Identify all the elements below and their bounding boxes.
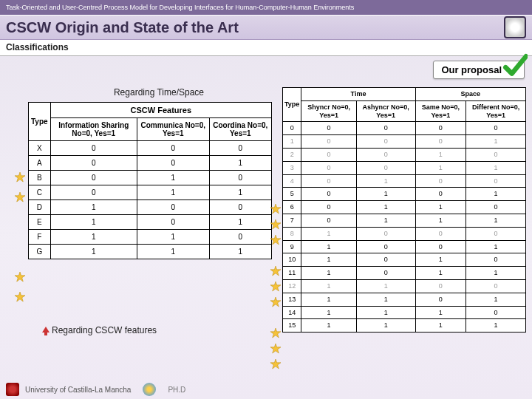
col-coord: Coordina No=0, Yes=1 [209, 118, 271, 141]
seal-icon [504, 16, 526, 38]
col-same: Same No=0, Yes=1 [415, 100, 466, 122]
left-heading: Regarding Time/Space [44, 87, 273, 98]
table-row: 30011 [283, 161, 526, 174]
star-icon [270, 282, 281, 292]
table-row: X000 [29, 141, 272, 156]
table-row: 50101 [283, 188, 526, 201]
table-row: 111011 [283, 267, 526, 280]
star-icon [270, 297, 281, 307]
regarding-features: Regarding CSCW features [52, 325, 157, 335]
col-info: Information Sharing No=0, Yes=1 [50, 118, 137, 141]
star-icon [270, 344, 281, 354]
table-row: 141110 [283, 306, 526, 319]
col-type-r: Type [283, 88, 301, 122]
star-icon [15, 192, 25, 202]
star-icon [15, 172, 25, 183]
breadcrumb: Task-Oriented and User-Centred Process M… [0, 0, 532, 15]
table-row: 00000 [283, 122, 526, 135]
table-row: D100 [29, 200, 272, 215]
col-type: Type [29, 103, 51, 141]
star-icon [270, 328, 281, 338]
university-name: University of Castilla-La Mancha [25, 386, 131, 394]
table-row: 101010 [283, 253, 526, 267]
table-row: 121100 [283, 279, 526, 293]
col-comm: Communica No=0, Yes=1 [137, 118, 209, 141]
page-title: CSCW Origin and State of the Art [6, 19, 239, 36]
star-icon [270, 219, 281, 230]
uni-logo-icon [6, 383, 19, 396]
star-icon [15, 292, 25, 302]
col-asyn: Ashyncr No=0, Yes=1 [356, 100, 415, 122]
star-icon [270, 235, 281, 245]
col-space: Space [415, 88, 525, 101]
table-row: C011 [29, 185, 272, 200]
phd-label: PH.D [168, 386, 185, 394]
table-row: 60110 [283, 201, 526, 214]
subtitle: Classifications [0, 40, 532, 56]
table-row: E101 [29, 215, 272, 230]
star-icon [15, 272, 25, 282]
table-row: F110 [29, 230, 272, 245]
footer: University of Castilla-La Mancha PH.D [0, 381, 532, 398]
table-row: B010 [29, 171, 272, 185]
table-row: A001 [29, 156, 272, 171]
star-icon [270, 359, 281, 369]
col-diff: Different No=0, Yes=1 [466, 100, 526, 122]
table-row: 151111 [283, 319, 526, 332]
table-row: G111 [29, 245, 272, 259]
arrow-up-icon [41, 325, 50, 334]
timespace-table: Type Time Space Shyncr No=0, Yes=1 Ashyn… [282, 87, 526, 332]
checkmark-icon [502, 53, 528, 78]
star-icon [270, 204, 281, 214]
table-row: 20010 [283, 148, 526, 161]
features-label: CSCW Features [50, 103, 271, 118]
title-bar: CSCW Origin and State of the Art [0, 15, 532, 40]
table-row: 81000 [283, 227, 526, 240]
crest-icon [143, 383, 156, 396]
table-row: 131101 [283, 293, 526, 306]
table-row: 40100 [283, 174, 526, 188]
col-time: Time [301, 88, 415, 101]
table-row: 91001 [283, 240, 526, 253]
table-row: 70111 [283, 214, 526, 227]
star-icon [270, 266, 281, 276]
table-row: 10001 [283, 135, 526, 149]
col-syn: Shyncr No=0, Yes=1 [301, 100, 356, 122]
features-table: Type CSCW Features Information Sharing N… [28, 102, 272, 259]
